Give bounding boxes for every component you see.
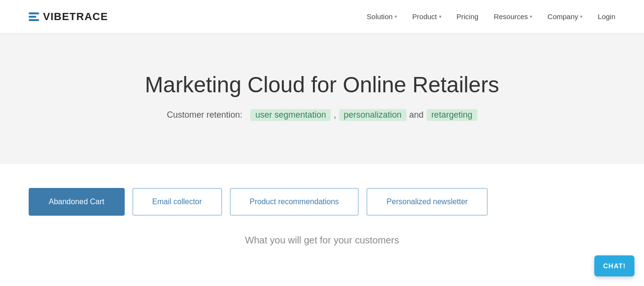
- tabs-row: Abandoned Cart Email collector Product r…: [29, 188, 615, 216]
- nav-label-product: Product: [412, 12, 437, 21]
- nav-item-solution[interactable]: Solution ▾: [367, 12, 397, 21]
- nav-item-company[interactable]: Company ▾: [547, 12, 582, 21]
- logo-icon: [29, 12, 39, 21]
- hero-title: Marketing Cloud for Online Retailers: [19, 72, 625, 98]
- highlight-segmentation: user segmentation: [250, 109, 331, 121]
- chevron-down-icon: ▾: [395, 14, 397, 19]
- tabs-section: Abandoned Cart Email collector Product r…: [0, 164, 644, 270]
- nav-item-login[interactable]: Login: [598, 12, 615, 21]
- chevron-down-icon: ▾: [530, 14, 532, 19]
- tab-product-recommendations[interactable]: Product recommendations: [230, 188, 359, 216]
- chat-button[interactable]: CHAT!: [594, 255, 634, 270]
- nav-label-resources: Resources: [494, 12, 528, 21]
- nav-label-solution: Solution: [367, 12, 393, 21]
- hero-subtitle: Customer retention: user segmentation , …: [19, 109, 625, 121]
- nav-menu: Solution ▾ Product ▾ Pricing Resources ▾…: [367, 12, 615, 21]
- nav-item-resources[interactable]: Resources ▾: [494, 12, 532, 21]
- highlight-personalization: personalization: [339, 109, 407, 121]
- navbar: VIBETRACE Solution ▾ Product ▾ Pricing R…: [0, 0, 644, 33]
- tab-personalized-newsletter[interactable]: Personalized newsletter: [366, 188, 488, 216]
- bottom-text: What you will get for your customers: [29, 230, 615, 255]
- tab-email-collector[interactable]: Email collector: [132, 188, 222, 216]
- nav-label-login: Login: [598, 12, 615, 21]
- subtitle-and: and: [409, 110, 424, 120]
- nav-label-company: Company: [547, 12, 578, 21]
- nav-item-pricing[interactable]: Pricing: [457, 12, 479, 21]
- nav-label-pricing: Pricing: [457, 12, 479, 21]
- tab-abandoned-cart[interactable]: Abandoned Cart: [29, 188, 125, 216]
- logo[interactable]: VIBETRACE: [29, 11, 108, 23]
- chevron-down-icon: ▾: [580, 14, 582, 19]
- hero-section: Marketing Cloud for Online Retailers Cus…: [0, 33, 644, 164]
- subtitle-prefix: Customer retention:: [167, 110, 242, 120]
- logo-text: VIBETRACE: [43, 11, 108, 23]
- chevron-down-icon: ▾: [439, 14, 441, 19]
- nav-item-product[interactable]: Product ▾: [412, 12, 441, 21]
- subtitle-comma: ,: [333, 110, 336, 120]
- highlight-retargeting: retargeting: [427, 109, 477, 121]
